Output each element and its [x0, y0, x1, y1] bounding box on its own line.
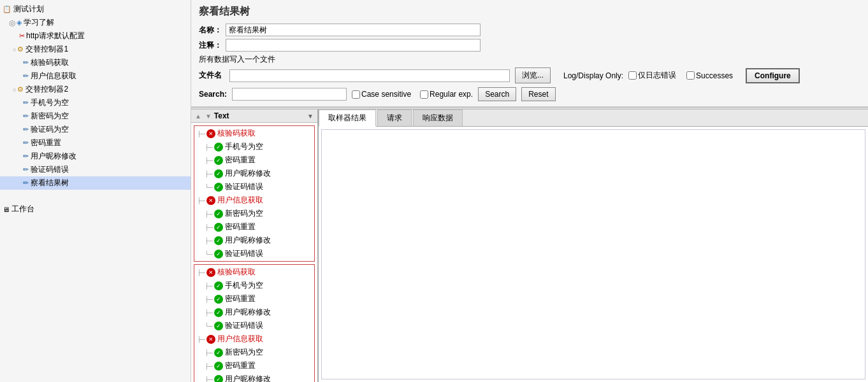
sidebar-item-verify-error[interactable]: ✏ 验证码错误	[0, 163, 191, 176]
connector-icon: ├─	[197, 131, 205, 137]
errors-only-label[interactable]: 仅日志错误	[628, 70, 676, 81]
result-item[interactable]: ├─ 用户昵称修改	[194, 167, 314, 180]
result-item[interactable]: ├─ 新密码为空	[194, 346, 314, 359]
success-icon	[214, 209, 223, 218]
name-input[interactable]	[226, 24, 481, 36]
sidebar-item-mobile-empty[interactable]: ✏ 手机号为空	[0, 96, 191, 110]
result-item[interactable]: ├─ 密码重置	[194, 220, 314, 234]
result-item[interactable]: ├─ 新密码为空	[194, 207, 314, 220]
sidebar-item-new-pass-empty[interactable]: ✏ 新密码为空	[0, 110, 191, 123]
result-item[interactable]: ├─ 密码重置	[194, 153, 314, 167]
tab-request[interactable]: 请求	[377, 110, 412, 126]
tab-response-data[interactable]: 响应数据	[413, 110, 463, 126]
tab-content-area	[321, 129, 865, 379]
tree-header-label: Text	[214, 111, 305, 120]
log-display-label: Log/Display Only:	[563, 71, 623, 80]
controller-icon: ⚙	[17, 45, 24, 53]
expand-icon: ○	[13, 87, 16, 93]
connector-icon: ├─	[205, 376, 213, 383]
sidebar-item-label: 察看结果树	[31, 178, 69, 188]
result-item[interactable]: ├─ 用户信息获取	[194, 194, 314, 207]
sidebar-item-pwd-reset[interactable]: ✏ 密码重置	[0, 136, 191, 150]
configure-button[interactable]: Configure	[746, 68, 800, 83]
sidebar-item-controller1[interactable]: ○ ⚙ 交替控制器1	[0, 43, 191, 56]
sidebar-item-verify-empty[interactable]: ✏ 验证码为空	[0, 123, 191, 136]
pencil-icon: ✏	[23, 125, 29, 134]
tab-sampler-result[interactable]: 取样器结果	[319, 110, 376, 127]
item-label: 用户昵称修改	[225, 307, 271, 318]
item-label: 核验码获取	[217, 267, 256, 278]
sidebar-item-workbench[interactable]: 🖥 工作台	[0, 202, 191, 216]
tabs-bar: 取样器结果 请求 响应数据	[319, 110, 868, 127]
name-label: 名称：	[199, 25, 222, 36]
dropdown-icon[interactable]: ▼	[307, 113, 314, 120]
result-item[interactable]: ├─ 核验码获取	[194, 127, 314, 140]
item-label: 密码重置	[225, 155, 256, 166]
search-input[interactable]	[232, 88, 347, 101]
sidebar-item-test-plan[interactable]: 📋 测试计划	[0, 3, 191, 16]
sidebar: 📋 测试计划 ◎ ◈ 学习了解 ✂ http请求默认配置 ○ ⚙ 交替控制器1 …	[0, 0, 191, 382]
browse-button[interactable]: 浏览...	[515, 67, 551, 83]
scroll-down-icon[interactable]: ▼	[205, 113, 212, 120]
item-label: 密码重置	[225, 222, 256, 232]
pencil-icon: ✏	[23, 152, 29, 160]
connector-icon: └─	[205, 323, 213, 329]
result-item[interactable]: ├─ 用户昵称修改	[194, 306, 314, 319]
sidebar-item-learn[interactable]: ◎ ◈ 学习了解	[0, 16, 191, 29]
result-item[interactable]: ├─ 用户昵称修改	[194, 372, 314, 382]
sidebar-item-label: http请求默认配置	[26, 31, 85, 41]
comment-input[interactable]	[226, 39, 481, 52]
item-label: 验证码错误	[225, 181, 263, 192]
pencil-icon: ✏	[23, 59, 29, 67]
case-sensitive-label[interactable]: Case sensitive	[352, 90, 411, 99]
reset-button[interactable]: Reset	[521, 87, 555, 101]
result-item[interactable]: ├─ 手机号为空	[194, 279, 314, 292]
result-item[interactable]: ├─ 密码重置	[194, 359, 314, 372]
result-item[interactable]: ├─ 密码重置	[194, 292, 314, 306]
result-item[interactable]: └─ 验证码错误	[194, 247, 314, 260]
success-icon	[214, 250, 223, 258]
sidebar-item-label: 用户昵称修改	[31, 151, 76, 162]
sidebar-item-user-nick[interactable]: ✏ 用户昵称修改	[0, 150, 191, 163]
sidebar-item-user-info[interactable]: ✏ 用户信息获取	[0, 69, 191, 83]
pencil-icon: ✏	[23, 99, 29, 107]
result-item[interactable]: ├─ 用户信息获取	[194, 332, 314, 346]
regular-exp-checkbox[interactable]	[420, 90, 428, 99]
result-item[interactable]: └─ 验证码错误	[194, 319, 314, 332]
sidebar-item-view-result[interactable]: ✏ 察看结果树	[0, 176, 191, 190]
result-group-2: ├─ 核验码获取 ├─ 手机号为空 ├─ 密码重置	[194, 264, 315, 382]
config-panel: 察看结果树 名称： 注释： 所有数据写入一个文件 文件名 浏览... Log/D…	[191, 0, 868, 107]
item-label: 验证码错误	[225, 320, 263, 331]
search-button[interactable]: Search	[478, 87, 516, 101]
sidebar-item-label: 学习了解	[24, 17, 54, 28]
case-sensitive-checkbox[interactable]	[352, 90, 360, 99]
connector-icon: ├─	[197, 336, 205, 343]
file-input[interactable]	[229, 69, 510, 82]
connector-icon: ├─	[205, 144, 213, 150]
connector-icon: ├─	[197, 197, 205, 204]
scroll-up-icon[interactable]: ▲	[195, 113, 201, 120]
result-item[interactable]: ├─ 手机号为空	[194, 140, 314, 153]
item-label: 密码重置	[225, 294, 256, 304]
errors-only-checkbox[interactable]	[628, 71, 637, 80]
sidebar-item-http-default[interactable]: ✂ http请求默认配置	[0, 29, 191, 43]
success-icon	[214, 281, 223, 290]
result-item[interactable]: └─ 验证码错误	[194, 180, 314, 194]
successes-checkbox[interactable]	[686, 71, 695, 80]
sidebar-item-verify-code[interactable]: ✏ 核验码获取	[0, 56, 191, 69]
item-label: 密码重置	[225, 360, 256, 371]
successes-label[interactable]: Successes	[686, 71, 733, 80]
plan-icon: 📋	[3, 5, 11, 13]
error-icon	[206, 335, 215, 344]
connector-icon: ├─	[205, 211, 213, 217]
result-item[interactable]: ├─ 用户昵称修改	[194, 234, 314, 247]
sidebar-item-label: 核验码获取	[31, 57, 69, 68]
comment-row: 注释：	[199, 39, 860, 52]
result-item[interactable]: ├─ 核验码获取	[194, 265, 314, 279]
item-label: 用户信息获取	[217, 195, 263, 206]
connector-icon: ├─	[205, 309, 213, 316]
sidebar-item-controller2[interactable]: ○ ⚙ 交替控制器2	[0, 83, 191, 96]
success-icon	[214, 223, 223, 232]
regular-exp-label[interactable]: Regular exp.	[420, 90, 473, 99]
connector-icon: ├─	[205, 363, 213, 369]
